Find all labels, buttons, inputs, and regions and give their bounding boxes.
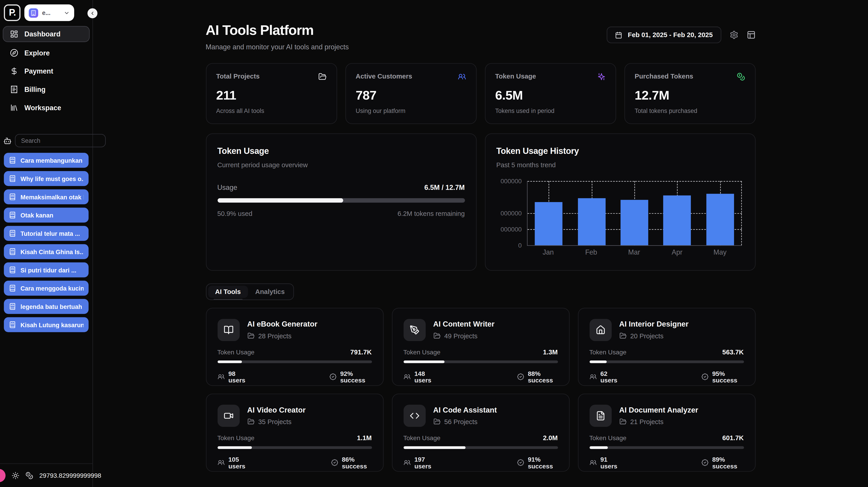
x-tick-label: Mar xyxy=(613,248,655,256)
sparkles-icon xyxy=(597,72,605,81)
chat-list-item[interactable]: Why life must goes o... xyxy=(4,171,89,186)
sidebar-nav: Dashboard Explore Payment Billing Worksp… xyxy=(3,26,90,119)
app-logo[interactable]: P. xyxy=(4,4,20,21)
sun-theme-icon[interactable] xyxy=(11,471,19,479)
sidebar-item-dashboard[interactable]: Dashboard xyxy=(3,26,90,42)
page-header: AI Tools Platform Manage and monitor you… xyxy=(206,22,755,51)
chat-list-item[interactable]: Si putri tidur dari ... xyxy=(4,263,89,277)
tool-users: 98 users xyxy=(228,370,248,384)
tool-progress-track xyxy=(589,446,744,449)
users-icon xyxy=(589,373,596,381)
x-tick-label: Apr xyxy=(655,248,699,256)
token-usage-value: 601.7K xyxy=(722,434,744,442)
usage-progress-track xyxy=(217,198,465,203)
chat-list-item[interactable]: Cara menggoda kucing... xyxy=(4,281,89,296)
token-usage-value: 1.3M xyxy=(543,348,558,356)
chevron-left-icon xyxy=(90,10,95,16)
stat-label: Total Projects xyxy=(216,72,259,80)
usage-value: 6.5M / 12.7M xyxy=(424,184,465,191)
tool-name: AI Interior Designer xyxy=(619,320,688,328)
book-audio-icon xyxy=(9,266,16,274)
badge-check-icon xyxy=(517,459,524,466)
bar-feb xyxy=(578,199,605,245)
chat-list-item[interactable]: Kisah Cinta Ghina Is... xyxy=(4,244,89,259)
workspace-switcher[interactable]: e... xyxy=(25,4,74,21)
token-usage-value: 791.7K xyxy=(350,348,372,356)
tool-card-interior-designer[interactable]: AI Interior Designer 20 Projects Token U… xyxy=(578,308,755,386)
book-audio-icon xyxy=(9,157,16,164)
tool-card-code-assistant[interactable]: AI Code Assistant 56 Projects Token Usag… xyxy=(392,394,569,471)
tool-progress-track xyxy=(403,446,558,449)
sidebar-item-billing[interactable]: Billing xyxy=(3,82,90,97)
tool-card-ebook-generator[interactable]: AI eBook Generator 28 Projects Token Usa… xyxy=(206,308,383,386)
sidebar-item-explore[interactable]: Explore xyxy=(3,45,90,60)
tool-progress-fill xyxy=(403,360,444,363)
receipt-icon xyxy=(10,85,18,94)
tool-progress-track xyxy=(589,360,744,363)
tool-progress-fill xyxy=(589,360,607,363)
tab-ai-tools[interactable]: AI Tools xyxy=(208,285,248,298)
layout-panel-icon[interactable] xyxy=(746,31,755,39)
chat-item-label: Cara menggoda kucing... xyxy=(21,285,84,292)
tab-analytics[interactable]: Analytics xyxy=(248,285,292,298)
stat-value: 211 xyxy=(216,88,326,103)
chat-list-item[interactable]: Otak kanan xyxy=(4,208,89,222)
y-tick-label: 0 xyxy=(493,242,522,248)
tool-users: 105 users xyxy=(228,456,250,469)
usage-progress-fill xyxy=(217,198,343,203)
workspace-building-icon xyxy=(29,8,38,18)
book-audio-icon xyxy=(9,248,16,255)
stat-card-token-usage: Token Usage 6.5M Tokens used in period xyxy=(485,63,616,124)
chat-list-item[interactable]: Tutorial telur mata ... xyxy=(4,226,89,241)
token-usage-label: Token Usage xyxy=(217,349,254,355)
avatar[interactable] xyxy=(0,469,5,482)
home-icon xyxy=(589,319,611,341)
token-usage-value: 563.7K xyxy=(722,348,744,356)
tool-card-video-creator[interactable]: AI Video Creator 35 Projects Token Usage… xyxy=(206,394,383,471)
bar-jan xyxy=(535,202,562,245)
bar-mar xyxy=(620,200,648,245)
tool-projects: 49 Projects xyxy=(444,332,477,340)
sidebar-collapse-button[interactable] xyxy=(88,8,97,18)
chat-list-item[interactable]: Cara membangunkan ma... xyxy=(4,153,89,168)
chat-item-label: Cara membangunkan ma... xyxy=(21,157,84,163)
book-audio-icon xyxy=(9,284,16,292)
dollar-icon xyxy=(10,67,18,75)
chat-list-item[interactable]: Kisah Lutung kasarun... xyxy=(4,317,89,332)
tool-users: 197 users xyxy=(414,456,436,469)
chat-list-item[interactable]: Memaksimalkan otak b... xyxy=(4,189,89,204)
settings-gear-icon[interactable] xyxy=(729,31,738,39)
tool-card-content-writer[interactable]: AI Content Writer 49 Projects Token Usag… xyxy=(392,308,569,386)
file-text-icon xyxy=(589,405,611,427)
token-usage-label: Token Usage xyxy=(403,349,440,355)
bar-apr xyxy=(663,195,691,245)
search-input[interactable] xyxy=(15,134,106,147)
chevron-down-icon xyxy=(64,10,70,16)
y-tick-label: 000000 xyxy=(493,210,522,216)
chat-item-label: Kisah Cinta Ghina Is... xyxy=(21,248,84,255)
sidebar-item-label: Dashboard xyxy=(25,30,61,38)
tool-projects: 56 Projects xyxy=(444,418,477,425)
tool-name: AI Content Writer xyxy=(433,320,494,328)
sidebar-item-payment[interactable]: Payment xyxy=(3,64,90,79)
tool-users: 62 users xyxy=(600,370,620,384)
coins-icon xyxy=(26,471,33,479)
tool-card-document-analyzer[interactable]: AI Document Analyzer 21 Projects Token U… xyxy=(578,394,755,471)
chat-item-label: Tutorial telur mata ... xyxy=(21,230,80,237)
bar-column-feb xyxy=(570,181,613,245)
panel-title: Token Usage xyxy=(217,146,465,156)
x-axis-labels: Jan Feb Mar Apr May xyxy=(527,248,742,256)
date-range-button[interactable]: Feb 01, 2025 - Feb 20, 2025 xyxy=(607,27,721,43)
chart-title: Token Usage History xyxy=(496,146,744,156)
folder-open-icon xyxy=(433,332,440,339)
token-usage-panel: Token Usage Current period usage overvie… xyxy=(206,133,476,271)
folder-open-icon xyxy=(247,418,254,425)
sidebar-item-workspace[interactable]: Workspace xyxy=(3,100,90,115)
chat-list-item[interactable]: legenda batu bertuah xyxy=(4,299,89,314)
stat-label: Token Usage xyxy=(495,72,536,80)
tool-users: 148 users xyxy=(414,370,436,384)
y-tick-label: 000000 xyxy=(493,226,522,233)
tool-name: AI Video Creator xyxy=(247,406,306,414)
x-tick-label: Feb xyxy=(570,248,613,256)
chat-item-label: Otak kanan xyxy=(21,212,53,218)
